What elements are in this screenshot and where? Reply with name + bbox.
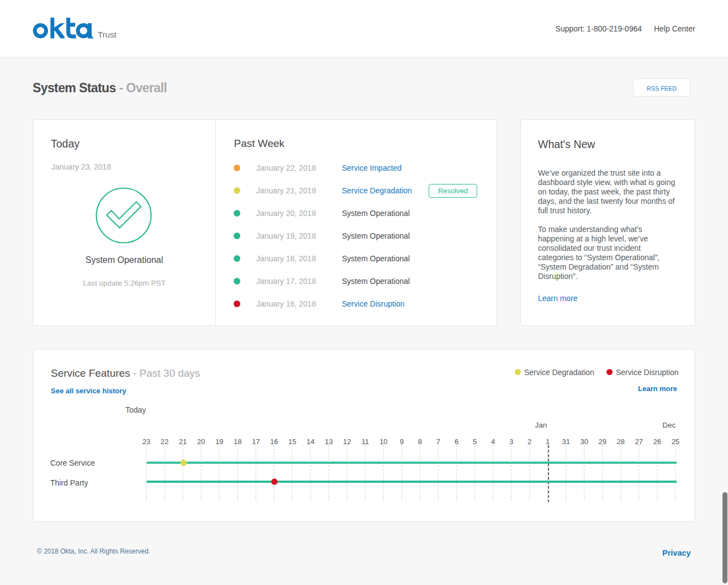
svg-text:28: 28 — [617, 438, 625, 446]
svg-text:26: 26 — [653, 438, 661, 446]
svg-text:3: 3 — [509, 438, 513, 446]
svg-text:16: 16 — [270, 438, 278, 446]
svg-text:21: 21 — [179, 438, 187, 446]
svg-text:22: 22 — [161, 438, 168, 446]
svg-text:30: 30 — [580, 438, 588, 446]
svg-text:13: 13 — [325, 438, 333, 446]
svg-text:6: 6 — [455, 438, 458, 446]
svg-text:12: 12 — [343, 438, 351, 446]
svg-text:4: 4 — [491, 438, 495, 446]
svg-text:29: 29 — [599, 438, 606, 446]
svg-text:Jan: Jan — [535, 421, 547, 429]
svg-text:2: 2 — [527, 438, 531, 446]
svg-text:11: 11 — [362, 438, 370, 446]
svg-text:14: 14 — [307, 438, 314, 446]
svg-text:1: 1 — [546, 438, 550, 446]
svg-text:25: 25 — [672, 438, 679, 446]
svg-text:19: 19 — [215, 438, 223, 446]
svg-text:10: 10 — [379, 438, 387, 446]
svg-text:15: 15 — [288, 438, 296, 446]
svg-text:9: 9 — [400, 438, 404, 446]
svg-text:8: 8 — [418, 438, 422, 446]
svg-text:17: 17 — [252, 438, 260, 446]
svg-text:7: 7 — [436, 438, 440, 446]
svg-text:5: 5 — [473, 438, 477, 446]
svg-text:31: 31 — [562, 438, 569, 446]
svg-text:Dec: Dec — [662, 421, 676, 429]
svg-text:18: 18 — [234, 438, 241, 446]
svg-text:23: 23 — [143, 438, 150, 446]
svg-text:27: 27 — [635, 438, 643, 446]
svg-text:20: 20 — [197, 438, 205, 446]
